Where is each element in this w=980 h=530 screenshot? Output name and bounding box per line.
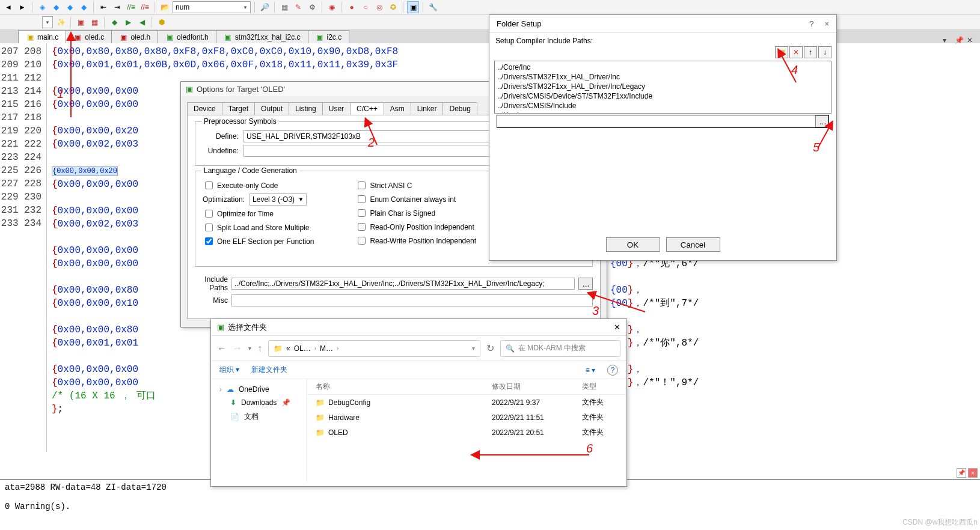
wand-icon[interactable]: ✨ (55, 16, 67, 28)
file-tab[interactable]: ▣main.c (18, 30, 66, 43)
file-tab[interactable]: ▣oledfont.h (158, 30, 216, 43)
file-tab[interactable]: ▣stm32f1xx_hal_i2c.c (216, 30, 308, 43)
pack-icon[interactable]: ⬢ (156, 16, 168, 28)
chevron-down-icon: ▼ (243, 5, 248, 10)
file-icon: ▣ (316, 33, 324, 41)
download-icon[interactable]: ◆ (108, 16, 120, 28)
open-icon[interactable]: 📂 (159, 1, 171, 13)
include-paths-input[interactable] (231, 278, 575, 290)
options-tab[interactable]: Output (254, 102, 289, 115)
marker2-icon[interactable]: ◆ (50, 1, 62, 13)
marker-icon[interactable]: ◈ (36, 1, 48, 13)
up-button[interactable]: ↑ (257, 343, 262, 354)
g2-icon[interactable]: ▶ (122, 16, 134, 28)
list-item[interactable]: 📁OLED2022/9/21 20:51文件夹 (307, 425, 626, 440)
help-button[interactable]: ? (607, 365, 618, 376)
wrench-icon[interactable]: 🔧 (427, 1, 439, 13)
col-date: 修改日期 (492, 382, 582, 392)
move-down-button[interactable]: ↓ (818, 46, 831, 58)
file-tab[interactable]: ▣i2c.c (308, 30, 350, 43)
rw-pi-checkbox[interactable] (358, 237, 366, 245)
marker3-icon[interactable]: ◆ (64, 1, 76, 13)
options-tab[interactable]: User (322, 102, 351, 115)
picker-title: 选择文件夹 (228, 323, 267, 332)
enum-container-checkbox[interactable] (358, 195, 366, 203)
rec3-icon[interactable]: ◎ (373, 1, 385, 13)
options-tab[interactable]: Linker (411, 102, 444, 115)
svg-line-4 (818, 124, 831, 148)
include-browse-button[interactable]: ... (578, 278, 593, 290)
list-item[interactable]: 📁Hardware2022/9/21 11:51文件夹 (307, 410, 626, 425)
col-name: 名称 (316, 382, 492, 392)
view-button[interactable]: ≡ ▾ (586, 366, 595, 374)
uncomment-icon[interactable]: //≡ (139, 1, 151, 13)
marker4-icon[interactable]: ◆ (78, 1, 90, 13)
breadcrumb[interactable]: 📁 « OL… › M… › ▾ (268, 340, 480, 357)
annotation-6: 6 (586, 442, 593, 455)
options-tab[interactable]: C/C++ (350, 102, 384, 115)
close-button[interactable]: ✕ (614, 323, 620, 332)
win-icon[interactable]: ▣ (407, 1, 419, 13)
sidebar-item[interactable]: ⬇Downloads 📌 (211, 396, 307, 409)
elf-section-checkbox[interactable] (205, 237, 213, 245)
optimization-select[interactable]: Level 3 (-O3) ▼ (250, 193, 307, 206)
ro-pi-checkbox[interactable] (358, 223, 366, 231)
tools2-icon[interactable]: ✎ (292, 1, 304, 13)
comment-icon[interactable]: //≡ (125, 1, 137, 13)
rec4-icon[interactable]: ✪ (387, 1, 399, 13)
find-icon[interactable]: 🔎 (259, 1, 271, 13)
fwd-icon[interactable]: ► (16, 1, 28, 13)
execute-only-checkbox[interactable] (205, 181, 213, 189)
move-up-button[interactable]: ↑ (804, 46, 817, 58)
options-tab[interactable]: Device (187, 102, 222, 115)
forward-button[interactable]: → (233, 343, 242, 354)
back-icon[interactable]: ◄ (2, 1, 14, 13)
close2-icon[interactable]: ✕ (968, 468, 978, 478)
list-item[interactable]: 📁DebugConfig2022/9/21 9:37文件夹 (307, 395, 626, 410)
rebuild-icon[interactable]: ▦ (88, 16, 100, 28)
g3-icon[interactable]: ◀ (136, 16, 148, 28)
path-edit-input[interactable] (497, 116, 815, 127)
split-load-checkbox[interactable] (205, 224, 213, 231)
close-button[interactable]: × (824, 19, 829, 28)
refresh-button[interactable]: ↻ (486, 343, 494, 354)
cancel-button[interactable]: Cancel (666, 237, 720, 252)
sidebar-item[interactable]: › ☁OneDrive (211, 383, 307, 396)
find-combo[interactable]: num ▼ (173, 1, 251, 13)
file-icon: ▣ (26, 33, 34, 41)
sidebar-item[interactable]: 📄文档 (211, 409, 307, 424)
strict-ansi-checkbox[interactable] (358, 181, 366, 189)
search-icon: 🔍 (506, 344, 515, 353)
ok-button[interactable]: OK (606, 237, 660, 252)
picker-sidebar[interactable]: › ☁OneDrive⬇Downloads 📌📄文档 (211, 379, 307, 481)
back-button[interactable]: ← (217, 343, 227, 354)
search-box[interactable]: 🔍 在 MDK-ARM 中搜索 (500, 340, 620, 357)
path-item[interactable]: ../Hardware (497, 111, 828, 114)
indent-right-icon[interactable]: ⇥ (111, 1, 123, 13)
optimize-time-checkbox[interactable] (205, 210, 213, 218)
options-tab[interactable]: Listing (289, 102, 323, 115)
tools3-icon[interactable]: ⚙ (306, 1, 318, 13)
new-folder-button[interactable]: 新建文件夹 (251, 365, 287, 375)
organize-button[interactable]: 组织 ▾ (219, 365, 239, 375)
options-tab[interactable]: Asm (384, 102, 411, 115)
help-button[interactable]: ? (809, 19, 813, 28)
recent-button[interactable]: ▾ (248, 345, 251, 352)
file-tab[interactable]: ▣oled.h (111, 30, 158, 43)
debug-icon[interactable]: ◉ (326, 1, 338, 13)
rec1-icon[interactable]: ● (346, 1, 358, 13)
picker-list[interactable]: 名称 修改日期 类型 📁DebugConfig2022/9/21 9:37文件夹… (307, 379, 626, 481)
folder-icon: 📁 (316, 428, 325, 437)
path-item[interactable]: ../Drivers/CMSIS/Device/ST/STM32F1xx/Inc… (497, 91, 828, 101)
rec2-icon[interactable]: ○ (360, 1, 372, 13)
build-icon[interactable]: ▣ (75, 16, 87, 28)
plain-char-checkbox[interactable] (358, 209, 366, 217)
tools1-icon[interactable]: ▦ (278, 1, 290, 13)
annotation-1: 1 (57, 87, 64, 101)
options-tab[interactable]: Target (222, 102, 255, 115)
path-item[interactable]: ../Drivers/CMSIS/Include (497, 101, 828, 111)
misc-input[interactable] (231, 294, 593, 306)
indent-left-icon[interactable]: ⇤ (97, 1, 109, 13)
options-tab[interactable]: Debug (443, 102, 477, 115)
pin2-icon[interactable]: 📌 (957, 468, 966, 478)
